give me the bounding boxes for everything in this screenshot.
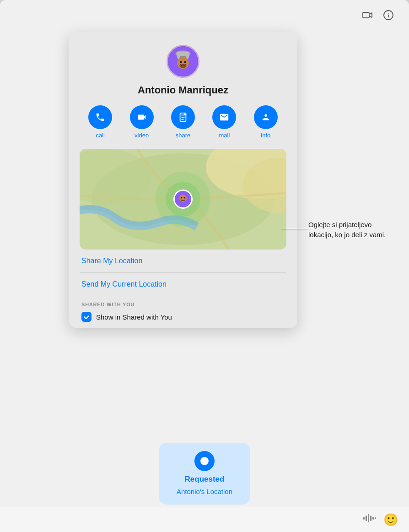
svg-point-9: [180, 61, 182, 64]
mail-label: mail: [219, 132, 230, 139]
callout-line: [281, 229, 308, 229]
share-label: share: [176, 132, 191, 139]
call-button-circle: [88, 105, 112, 129]
video-label: video: [135, 132, 149, 139]
shared-checkbox[interactable]: [81, 312, 91, 322]
share-location-label: Share My Location: [81, 257, 142, 265]
chat-area: Requested Antonio's Location: [0, 443, 409, 505]
share-button[interactable]: share: [171, 105, 195, 139]
svg-point-24: [184, 197, 185, 199]
shared-checkbox-label: Show in Shared with You: [96, 313, 172, 321]
info-contact-button[interactable]: info: [254, 105, 278, 139]
location-dot: [194, 451, 215, 471]
callout-text: Oglejte si prijateljevo lokacijo, ko jo …: [308, 221, 386, 239]
call-label: call: [96, 132, 105, 139]
bubble-subtitle: Antonio's Location: [177, 488, 232, 495]
contact-panel: Antonio Manriquez call video: [69, 32, 297, 328]
map-background: [80, 149, 286, 250]
bubble-title: Requested: [185, 475, 225, 484]
map-container[interactable]: Three Rivers, CA Live 🚗 8 hr 11 min: [80, 149, 286, 250]
svg-rect-29: [372, 517, 374, 520]
send-location-label: Send My Current Location: [81, 280, 167, 288]
audio-wave-icon[interactable]: [363, 513, 376, 526]
call-button[interactable]: call: [88, 105, 112, 139]
svg-rect-25: [363, 517, 365, 520]
shared-checkbox-row[interactable]: Show in Shared with You: [81, 312, 285, 328]
location-request-bubble: Requested Antonio's Location: [159, 443, 250, 505]
video-button-circle: [130, 105, 154, 129]
contact-name: Antonio Manriquez: [80, 84, 286, 96]
mail-button-circle: [212, 105, 236, 129]
bottom-bar: 🙂: [0, 507, 409, 532]
location-dot-inner: [200, 457, 209, 465]
info-button[interactable]: [382, 8, 395, 22]
shared-with-you-section: SHARED WITH YOU Show in Shared with You: [80, 296, 286, 328]
send-location-option[interactable]: Send My Current Location: [80, 273, 286, 296]
svg-rect-26: [366, 516, 367, 521]
svg-rect-30: [375, 517, 376, 519]
svg-point-10: [184, 61, 186, 64]
video-button[interactable]: video: [130, 105, 154, 139]
info-label: info: [261, 132, 270, 139]
svg-rect-28: [370, 516, 371, 521]
callout: Oglejte si prijateljevo lokacijo, ko jo …: [308, 220, 391, 240]
svg-rect-27: [368, 514, 369, 522]
mail-button[interactable]: mail: [212, 105, 236, 139]
action-buttons-row: call video share: [80, 105, 286, 139]
avatar-container: [80, 45, 286, 78]
share-location-option[interactable]: Share My Location: [80, 250, 286, 273]
info-button-circle: [254, 105, 278, 129]
svg-point-12: [264, 114, 267, 117]
share-button-circle: [171, 105, 195, 129]
shared-section-header: SHARED WITH YOU: [81, 302, 285, 307]
top-bar: [361, 8, 395, 22]
avatar: [167, 45, 199, 78]
emoji-icon[interactable]: 🙂: [383, 513, 398, 527]
svg-point-23: [181, 197, 183, 199]
svg-rect-0: [363, 12, 369, 18]
video-call-button[interactable]: [361, 8, 374, 22]
